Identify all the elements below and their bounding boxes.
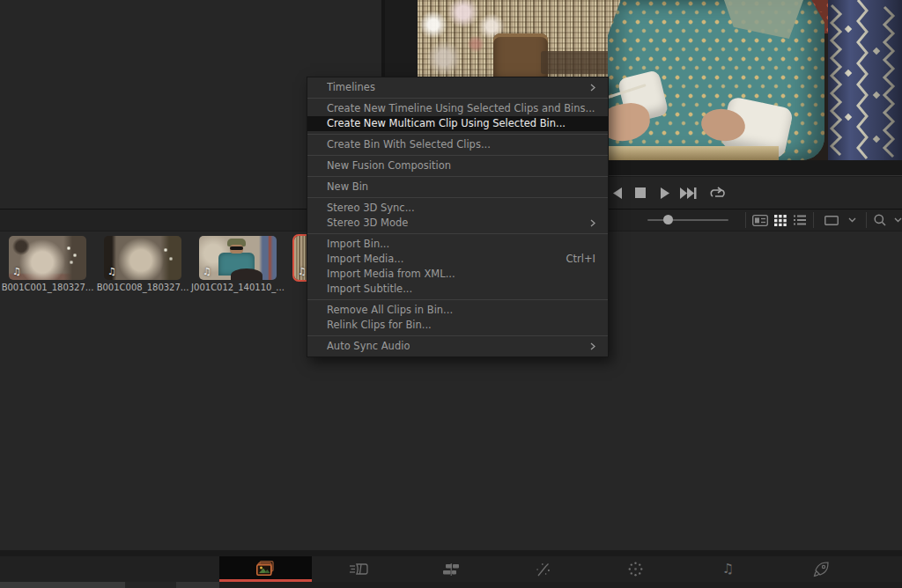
curtain-fold-shading [828,0,902,160]
clip-label: J001C012_140110_... [191,283,285,292]
toolbar-separator [866,212,867,228]
toolbar-separator [813,212,814,228]
tab-fairlight-page[interactable]: ♫ [682,556,774,582]
menu-item-new-fusion-composition[interactable]: New Fusion Composition [307,158,608,173]
audio-badge-icon: ♫ [298,266,307,277]
toolbar-separator [745,212,746,228]
play-button[interactable] [654,182,676,203]
submenu-arrow-icon [590,219,595,227]
next-clip-button[interactable] [677,182,699,203]
fusion-page-icon [536,562,551,577]
page-tabs: ♫ [219,556,867,582]
menu-item-create-bin-with-selected-clips[interactable]: Create Bin With Selected Clips... [307,137,608,152]
page-nav-bar: ♫ [0,556,902,582]
clip-thumbnail[interactable]: ♫ [104,236,181,280]
cut-page-icon [349,562,368,576]
bottom-strip-segment [125,582,176,588]
clip-item[interactable]: ♫ J001C012_140110_... [199,236,277,292]
thumbnail-person-sunglasses [230,246,243,250]
audio-badge-icon: ♫ [107,266,116,277]
audio-badge-icon: ♫ [203,266,211,277]
submenu-arrow-icon [590,342,595,350]
blue-patterned-curtain [828,0,902,160]
tab-cut-page[interactable] [312,556,404,582]
menu-item-relink-clips-for-bin[interactable]: Relink Clips for Bin... [307,318,608,333]
tab-media-page[interactable] [219,556,312,582]
clip-label: B001C008_180327... [97,283,189,292]
filmstrip-view-button[interactable] [751,212,769,228]
stop-button[interactable] [630,182,651,203]
tab-fusion-page[interactable] [497,556,589,582]
thumbnail-size-slider[interactable] [647,219,728,221]
menu-item-import-media[interactable]: Import Media... Ctrl+I [307,252,608,267]
clip-label: B001C001_180327... [2,283,94,292]
tab-color-page[interactable] [589,556,682,582]
menu-item-remove-all-clips-in-bin[interactable]: Remove All Clips in Bin... [307,303,608,318]
bottom-strip-segment [176,582,219,588]
bottom-edge-strip [0,582,902,588]
menu-item-stereo-3d-mode[interactable]: Stereo 3D Mode [307,216,608,231]
loop-button[interactable] [707,182,728,203]
step-back-button[interactable] [607,182,628,203]
bottom-strip-segment [0,582,125,588]
bottom-divider-strip [0,550,902,556]
clip-frame-button[interactable] [823,212,840,228]
clip-thumbnail[interactable]: ♫ [199,236,277,280]
search-button[interactable] [871,212,889,228]
menu-item-create-new-multicam-clip[interactable]: Create New Multicam Clip Using Selected … [307,116,608,131]
media-page-icon [256,561,276,576]
search-dropdown-chevron-icon[interactable] [889,212,902,228]
clip-frame-dropdown-chevron-icon[interactable] [843,212,861,228]
color-page-icon [628,562,643,577]
thumbnail-view-button[interactable] [772,212,789,228]
audio-badge-icon: ♫ [12,266,21,277]
tab-deliver-page[interactable] [774,556,867,582]
list-view-button[interactable] [791,212,809,228]
deliver-page-icon [813,562,829,577]
menu-item-import-subtitle[interactable]: Import Subtitle... [307,282,608,297]
clip-item[interactable]: ♫ B001C008_180327... [104,236,181,292]
edit-page-icon [442,563,460,576]
fairlight-page-icon: ♫ [722,562,734,576]
tab-edit-page[interactable] [404,556,497,582]
thumbnail-size-slider-handle[interactable] [663,215,673,224]
menu-item-create-new-timeline[interactable]: Create New Timeline Using Selected Clips… [307,101,608,116]
submenu-arrow-icon [590,84,595,92]
davinci-resolve-window: ♫ B001C001_180327... ♫ B001C008_180327..… [0,0,902,588]
clip-item[interactable]: ♫ B001C001_180327... [9,236,86,292]
bin-context-menu: Timelines Create New Timeline Using Sele… [307,77,609,357]
menu-shortcut: Ctrl+I [566,252,596,267]
menu-item-stereo-3d-sync[interactable]: Stereo 3D Sync... [307,201,608,216]
menu-item-import-bin[interactable]: Import Bin... [307,237,608,252]
thumbnail-drum [231,268,262,280]
menu-item-auto-sync-audio[interactable]: Auto Sync Audio [307,339,608,354]
menu-item-import-media-from-xml[interactable]: Import Media from XML... [307,267,608,282]
menu-item-timelines[interactable]: Timelines [307,80,608,95]
clip-thumbnail[interactable]: ♫ [9,236,86,280]
menu-item-new-bin[interactable]: New Bin [307,180,608,195]
